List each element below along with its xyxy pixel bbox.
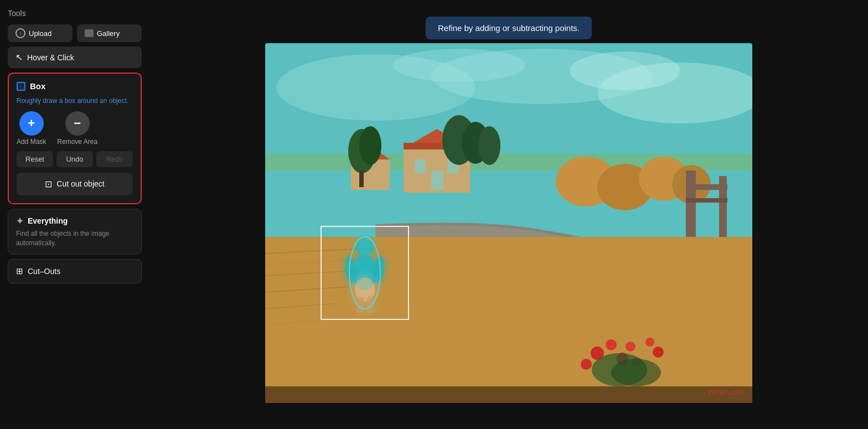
remove-area-wrap: − Remove Area <box>57 111 97 146</box>
cursor-icon: ↖ <box>16 52 23 63</box>
svg-point-20 <box>478 126 500 165</box>
cutout-object-button[interactable]: ⊡ Cut out object <box>17 173 133 195</box>
upload-gallery-row: ↑ Upload Gallery <box>8 24 142 42</box>
svg-point-40 <box>581 359 592 370</box>
hover-click-label: Hover & Click <box>27 53 74 62</box>
svg-point-47 <box>356 238 374 256</box>
everything-description: Find all the objects in the image automa… <box>16 229 133 248</box>
svg-point-37 <box>606 339 617 350</box>
everything-panel[interactable]: ✦ Everything Find all the objects in the… <box>8 209 142 255</box>
svg-point-16 <box>359 126 381 165</box>
box-title-row: Box <box>17 81 133 91</box>
svg-rect-46 <box>265 386 752 403</box>
gallery-button[interactable]: Gallery <box>77 24 142 42</box>
sidebar: Tools ↑ Upload Gallery ↖ Hover & Click B… <box>0 0 149 429</box>
everything-title: Everything <box>28 216 68 225</box>
svg-point-5 <box>392 49 525 82</box>
remove-area-button[interactable]: − <box>65 111 90 136</box>
cutout-obj-icon: ⊡ <box>45 179 52 189</box>
watermark-text: Yiuren.com <box>707 388 743 396</box>
upload-button[interactable]: ↑ Upload <box>8 24 73 42</box>
add-mask-label: Add Mask <box>17 138 46 146</box>
svg-rect-17 <box>359 170 364 187</box>
figure-glow <box>326 231 404 317</box>
cutouts-button[interactable]: ⊞ Cut–Outs <box>8 259 142 283</box>
svg-point-45 <box>611 359 661 386</box>
upload-icon: ↑ <box>16 28 25 38</box>
painting-canvas[interactable]: Yiuren.com <box>265 43 752 403</box>
box-title: Box <box>30 81 45 91</box>
svg-rect-28 <box>686 198 727 203</box>
svg-rect-12 <box>431 170 443 190</box>
add-mask-button[interactable]: + <box>19 111 44 136</box>
svg-rect-53 <box>366 297 374 313</box>
tooltip-text: Refine by adding or subtracting points. <box>438 23 580 33</box>
hover-click-button[interactable]: ↖ Hover & Click <box>8 46 142 68</box>
box-description: Roughly draw a box around an object. <box>17 96 133 106</box>
reset-button[interactable]: Reset <box>17 151 53 167</box>
gallery-icon <box>85 29 94 37</box>
svg-point-41 <box>645 338 654 347</box>
gallery-label: Gallery <box>97 29 120 38</box>
cutout-object-label: Cut out object <box>56 179 104 188</box>
remove-area-label: Remove Area <box>57 138 97 146</box>
watermark: Yiuren.com <box>707 388 743 396</box>
box-tool-panel: Box Roughly draw a box around an object.… <box>8 73 142 204</box>
svg-rect-10 <box>415 159 426 173</box>
upload-label: Upload <box>29 29 51 38</box>
box-icon <box>17 82 25 91</box>
sparkle-icon: ✦ <box>16 216 23 226</box>
svg-rect-27 <box>686 184 727 190</box>
figure-svg <box>326 231 404 317</box>
refine-tooltip: Refine by adding or subtracting points. <box>426 17 592 39</box>
add-mask-wrap: + Add Mask <box>17 111 46 146</box>
mask-buttons-row: + Add Mask − Remove Area <box>17 111 133 146</box>
svg-point-39 <box>626 342 636 352</box>
undo-button[interactable]: Undo <box>56 151 93 167</box>
everything-title-row: ✦ Everything <box>16 216 133 226</box>
main-canvas-area: Refine by adding or subtracting points. <box>149 0 868 429</box>
tools-label: Tools <box>8 9 142 18</box>
cutouts-icon: ⊞ <box>16 266 23 276</box>
svg-rect-25 <box>686 170 696 237</box>
cutouts-label: Cut–Outs <box>28 267 60 276</box>
redo-button[interactable]: Redo <box>96 151 133 167</box>
action-buttons-row: Reset Undo Redo <box>17 151 133 167</box>
painting-svg <box>265 43 752 403</box>
svg-point-4 <box>570 51 680 90</box>
svg-point-42 <box>653 347 664 358</box>
